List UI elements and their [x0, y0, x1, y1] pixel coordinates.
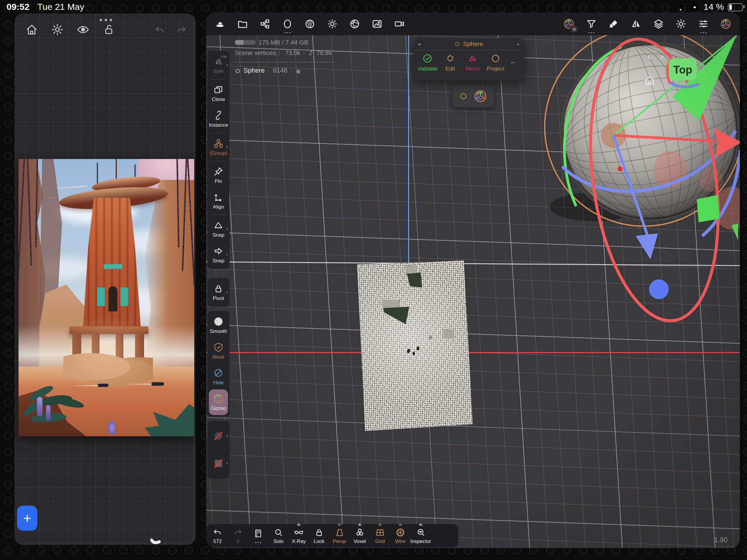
- filter-button[interactable]: [586, 18, 597, 30]
- tool-notexture[interactable]: [207, 450, 230, 477]
- tool-instance[interactable]: Instance: [207, 106, 230, 132]
- layers-button[interactable]: [653, 18, 664, 30]
- sphere-shortcut-button[interactable]: [459, 92, 468, 100]
- mesh-box[interactable]: [443, 330, 454, 338]
- redo-button[interactable]: [175, 24, 187, 36]
- active-tool-gizmo-button[interactable]: [563, 18, 574, 30]
- tool-label: Instance: [209, 122, 228, 128]
- paint-button[interactable]: [608, 18, 619, 30]
- validate-button[interactable]: Validate: [416, 53, 439, 72]
- tool-settings-badge[interactable]: [570, 25, 578, 33]
- xray-toggle[interactable]: X-Ray: [289, 528, 309, 544]
- undo-icon: [212, 528, 223, 538]
- object-name[interactable]: Sphere: [243, 67, 265, 74]
- add-button[interactable]: +: [17, 506, 37, 531]
- settings-button[interactable]: [675, 18, 687, 30]
- folder-icon: [237, 18, 248, 30]
- window-drag-handle[interactable]: [98, 19, 112, 22]
- tool-label: Align: [213, 204, 224, 210]
- collapse-right-icon[interactable]: [516, 41, 521, 46]
- tool-hide[interactable]: Hide: [207, 364, 230, 389]
- tool-nomaterial[interactable]: [207, 422, 230, 450]
- add-button-label: +: [23, 510, 31, 526]
- scene-stats: 175 MB / 7.44 GB Scene vertices： 73.0k ·…: [235, 39, 333, 74]
- tool-clone[interactable]: Clone: [207, 80, 230, 106]
- vertices-linked: 76.8k: [316, 49, 332, 56]
- blob-icon: [214, 18, 226, 30]
- tool-mask[interactable]: Mask: [207, 338, 230, 364]
- rotation-lock-icon: [690, 2, 700, 12]
- journal-button[interactable]: [248, 528, 268, 543]
- mirror-button[interactable]: Mirror: [462, 53, 484, 72]
- lighting-button[interactable]: [327, 18, 338, 30]
- tool-rail-group: [207, 421, 230, 479]
- tool-group[interactable]: (Group): [207, 134, 230, 160]
- persp-icon: [334, 528, 344, 538]
- tool-sym[interactable]: L/WSym: [207, 52, 230, 78]
- sphere-type-icon: [235, 68, 240, 74]
- tool-pin[interactable]: Pin: [207, 162, 230, 188]
- chevron-right-icon: [225, 145, 229, 149]
- mesh-box[interactable]: [406, 265, 418, 274]
- primitive-tool-button[interactable]: [282, 18, 293, 30]
- mesh-box[interactable]: [429, 335, 432, 339]
- solo-toggle[interactable]: Solo: [268, 528, 289, 544]
- voxel-icon: [355, 528, 365, 538]
- matcap-icon: [304, 18, 315, 30]
- collapse-left-icon[interactable]: [417, 41, 422, 46]
- undo-button[interactable]: [154, 24, 166, 36]
- more-actions-button[interactable]: [507, 60, 519, 65]
- mesh-box[interactable]: [383, 300, 400, 308]
- divider: [235, 62, 333, 62]
- edit-button[interactable]: Edit: [439, 53, 462, 72]
- material-button[interactable]: [304, 18, 315, 30]
- gridicon-icon: [375, 528, 385, 538]
- home-button[interactable]: [25, 23, 38, 36]
- reference-artwork[interactable]: [19, 159, 194, 436]
- undo-button[interactable]: 572: [207, 528, 228, 544]
- videocam-icon: [394, 18, 405, 30]
- app-logo-button[interactable]: [214, 18, 226, 30]
- gizmo-shortcut-button[interactable]: [473, 90, 487, 103]
- view-gizmo-button[interactable]: [720, 18, 731, 30]
- link-icon: [308, 50, 314, 56]
- wire-toggle[interactable]: Wire: [390, 528, 411, 544]
- unlock-button[interactable]: [102, 23, 115, 36]
- gizmocolor-icon: [213, 393, 224, 404]
- symmetry-button[interactable]: [630, 18, 642, 30]
- tool-rail: L/WSymCloneInstance(Group)PinAlignSnapSn…: [206, 51, 230, 483]
- display-options-button[interactable]: [698, 18, 709, 30]
- sliders-icon: [698, 18, 709, 30]
- chevron-right-icon: [225, 461, 229, 465]
- project-button[interactable]: Project: [484, 53, 507, 72]
- lock-toggle[interactable]: Lock: [309, 528, 329, 544]
- background-button[interactable]: [371, 18, 383, 30]
- grid-toggle[interactable]: Grid: [370, 528, 390, 544]
- tool-gizmo[interactable]: Gizmo: [209, 389, 228, 415]
- tool-smooth[interactable]: Smooth: [207, 312, 230, 338]
- maskshield-icon: [213, 342, 224, 353]
- tool-snap[interactable]: Snap: [207, 216, 230, 242]
- scene-graph-button[interactable]: [259, 18, 271, 30]
- plane-mesh-object[interactable]: [357, 260, 474, 432]
- reference-board-app: +: [14, 14, 196, 545]
- files-button[interactable]: [237, 18, 248, 30]
- camera-button[interactable]: [394, 18, 405, 30]
- sculpt-app: Top L/WSymCloneInstance(Group)PinAlignSn…: [206, 12, 740, 548]
- settings-button[interactable]: [51, 23, 64, 36]
- tool-label: Sym: [213, 69, 224, 74]
- inspector-icon: [416, 528, 426, 538]
- snapangle-icon: [213, 220, 224, 231]
- tool-align[interactable]: Align: [207, 188, 230, 214]
- persp-toggle[interactable]: Persp: [329, 528, 350, 544]
- postprocess-button[interactable]: [349, 18, 360, 30]
- battery-icon: [728, 3, 743, 11]
- tool-pivot[interactable]: Pivot: [207, 279, 230, 305]
- visibility-button[interactable]: [77, 23, 89, 36]
- chevron-right-icon: [225, 434, 229, 437]
- tool-snap[interactable]: Snap: [207, 242, 230, 268]
- wifi-icon: [676, 2, 686, 12]
- voxel-toggle[interactable]: Voxel: [350, 528, 370, 544]
- redo-button[interactable]: 0: [228, 528, 248, 544]
- inspector-toggle[interactable]: Inspector: [411, 528, 431, 544]
